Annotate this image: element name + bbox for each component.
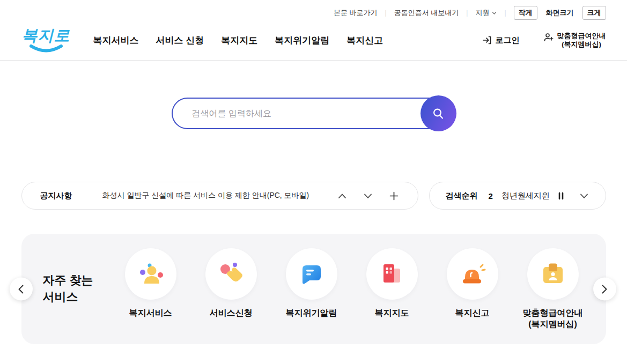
login-button[interactable]: 로그인 [482,35,520,46]
hero-search-section [0,61,627,129]
building-icon [378,260,406,288]
login-label: 로그인 [496,35,520,46]
divider: | [385,9,387,17]
chat-card-icon [298,260,326,288]
info-row: 공지사항 화성시 일반구 신설에 따른 서비스 이용 제한 안내(PC, 모바일… [21,182,606,210]
font-smaller-button[interactable]: 작게 [514,6,537,20]
chevron-up-icon [338,193,346,199]
service-label: 복지서비스 [110,308,191,319]
nav-welfare-services[interactable]: 복지서비스 [93,34,139,47]
search-rank-label: 검색순위 [446,191,478,201]
membership-label-line2: (복지멤버십) [557,40,606,49]
membership-label-line1: 맞춤형급여안내 [557,32,606,40]
pause-icon [557,192,565,200]
service-label: 서비스신청 [191,308,271,319]
divider: | [466,9,468,17]
bokjiro-logo[interactable]: 복지로 [21,28,71,53]
search-input[interactable] [192,109,412,118]
rank-pause-button[interactable] [556,191,566,201]
logo-text: 복지로 [22,28,70,43]
font-size-label: 화면크기 [546,8,574,18]
chevron-down-icon [492,11,497,16]
notice-label: 공지사항 [40,191,72,201]
service-label: 복지위기알림 [271,308,352,319]
carousel-next-button[interactable] [593,278,616,301]
service-label: 복지신고 [432,308,513,319]
service-label: 맞춤형급여안내 [523,308,583,317]
membership-guide-button[interactable]: 맞춤형급여안내 (복지멤버십) [543,32,606,49]
service-label: 복지지도 [352,308,432,319]
skip-to-content-link[interactable]: 본문 바로가기 [334,8,378,18]
certificate-export-link[interactable]: 공동인증서 내보내기 [394,8,459,18]
support-dropdown-label: 지원 [475,8,489,18]
clipboard-person-icon [539,260,567,288]
chevron-right-icon [601,284,608,294]
chevron-left-icon [18,284,24,294]
chevron-down-icon [364,193,372,199]
nav-welfare-report[interactable]: 복지신고 [346,34,383,47]
rank-expand-button[interactable] [579,192,589,200]
service-card-membership-guide[interactable]: 맞춤형급여안내 (복지멤버십) [513,248,593,330]
nav-service-application[interactable]: 서비스 신청 [156,34,204,47]
support-dropdown[interactable]: 지원 [475,8,497,18]
notice-next-button[interactable] [363,192,373,200]
notice-more-button[interactable] [388,190,400,202]
title-line1: 자주 찾는 [43,273,93,287]
main-navigation: 복지서비스 서비스 신청 복지지도 복지위기알림 복지신고 [93,34,383,47]
service-card-welfare-services[interactable]: 복지서비스 [110,248,191,330]
font-larger-button[interactable]: 크게 [582,6,606,20]
login-icon [482,35,492,45]
logo-smile-icon [29,44,63,53]
search-button[interactable] [421,95,456,131]
frequent-services-card: 자주 찾는 서비스 복지서비스 [21,234,606,344]
service-label-line2: (복지멤버십) [528,320,577,329]
plus-icon [389,191,399,200]
search-bar [172,98,456,129]
service-card-welfare-report[interactable]: 복지신고 [432,248,513,330]
search-icon [431,107,445,121]
header: 복지로 복지서비스 서비스 신청 복지지도 복지위기알림 복지신고 로그인 [0,20,627,61]
nav-welfare-map[interactable]: 복지지도 [221,34,257,47]
search-rank-widget: 검색순위 2 청년월세지원 [429,182,606,210]
service-card-welfare-map[interactable]: 복지지도 [352,248,432,330]
utility-bar: 본문 바로가기 | 공동인증서 내보내기 | 지원 | 작게 화면크기 크게 [21,0,606,20]
notice-link[interactable]: 화성시 일반구 신설에 따른 서비스 이용 제한 안내(PC, 모바일) [102,191,327,200]
person-dots-icon [137,260,165,288]
frequent-services-title: 자주 찾는 서비스 [43,272,110,306]
nav-welfare-crisis-alert[interactable]: 복지위기알림 [275,34,329,47]
person-plus-icon [543,32,554,42]
search-rank-keyword-link[interactable]: 청년월세지원 [501,191,556,201]
notice-bar: 공지사항 화성시 일반구 신설에 따른 서비스 이용 제한 안내(PC, 모바일… [21,182,418,210]
service-card-welfare-crisis-alert[interactable]: 복지위기알림 [271,248,352,330]
chevron-down-icon [580,193,588,199]
title-line2: 서비스 [43,290,78,303]
notice-prev-button[interactable] [337,192,348,200]
carousel-prev-button[interactable] [10,278,33,301]
siren-icon [459,260,486,288]
divider: | [504,9,506,17]
frequent-services-section: 자주 찾는 서비스 복지서비스 [21,234,606,344]
hand-click-icon [217,260,245,288]
search-rank-number: 2 [489,191,493,200]
service-card-service-application[interactable]: 서비스신청 [191,248,271,330]
